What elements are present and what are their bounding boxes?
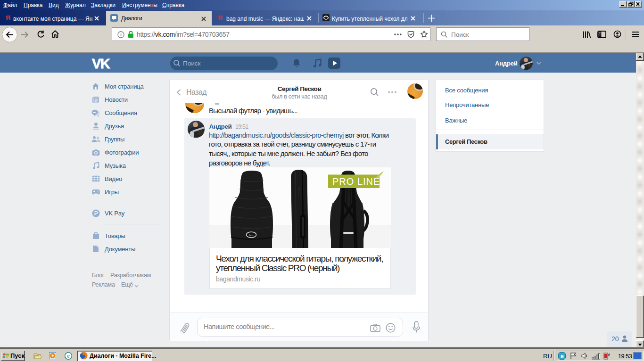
- svg-text:PRO LINE: PRO LINE: [332, 176, 380, 186]
- svg-text:e: e: [67, 353, 70, 359]
- svg-text:bm: bm: [249, 234, 253, 237]
